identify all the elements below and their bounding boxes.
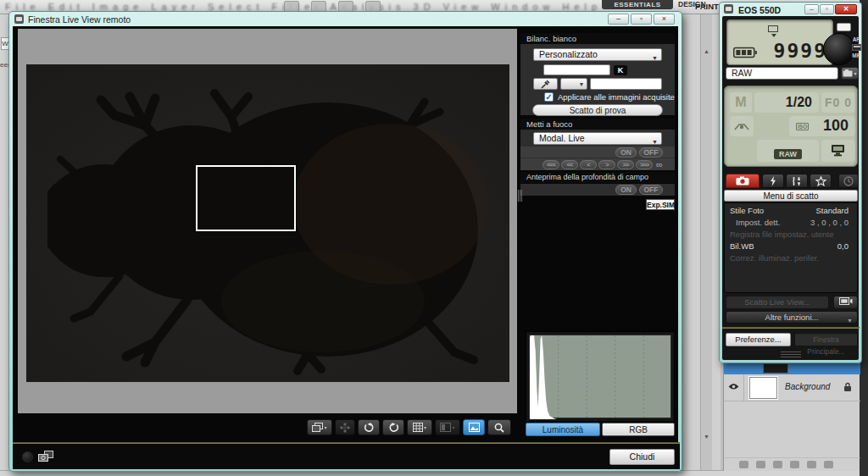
new-layer-icon[interactable] xyxy=(824,461,833,468)
af-on-button[interactable]: ON xyxy=(615,147,637,158)
layer-row-selected[interactable] xyxy=(724,363,860,374)
menu-row-picture-style[interactable]: Stile FotoStandard xyxy=(725,205,857,217)
focus-far-2-button[interactable]: >> xyxy=(617,160,634,169)
liveview-content: ▾ xyxy=(13,26,678,468)
liveview-titlebar[interactable]: Finestra Live View remoto – ▫ × xyxy=(9,12,682,26)
close-button[interactable]: × xyxy=(654,14,675,25)
focus-far-3-button[interactable]: >>> xyxy=(636,160,653,169)
apply-to-images-row[interactable]: ✓ Applicare alle immagini acquisite xyxy=(544,92,675,102)
layer-row-background[interactable]: Background xyxy=(724,374,860,401)
layer-visibility-cell[interactable] xyxy=(724,374,744,401)
kelvin-input[interactable] xyxy=(543,64,610,75)
layer-style-icon[interactable] xyxy=(756,461,765,468)
menu-row-peripheral-illumination[interactable]: Correz. illuminaz. perifer. xyxy=(725,252,857,264)
checkbox-checked-icon[interactable]: ✓ xyxy=(544,92,554,102)
minimize-button[interactable]: – xyxy=(608,14,629,25)
workspace-paint[interactable]: PAINT xyxy=(695,2,719,11)
liveview-image[interactable] xyxy=(26,64,509,382)
iso-cell[interactable]: ISO 100 xyxy=(789,116,855,136)
main-window-button[interactable]: Finestra Principale... xyxy=(794,333,858,346)
camera-monitor-icon[interactable] xyxy=(38,451,53,463)
photoshop-panel-strip: ▲ ▼ xyxy=(683,14,721,476)
live-view-icon-button[interactable] xyxy=(833,296,858,309)
panel-grip[interactable] xyxy=(518,190,522,202)
picture-icon xyxy=(469,423,480,432)
wb-value-input[interactable] xyxy=(590,78,662,90)
dof-off-button[interactable]: OFF xyxy=(639,185,663,195)
wb-shift-select[interactable]: ▼ xyxy=(560,78,587,90)
focus-frame[interactable] xyxy=(196,165,296,231)
dof-on-button[interactable]: ON xyxy=(615,185,637,195)
tab-timer[interactable] xyxy=(838,174,859,188)
window-icon xyxy=(724,4,733,14)
resize-grip[interactable] xyxy=(781,351,801,359)
stacked-images-icon xyxy=(312,423,323,432)
other-functions-button[interactable]: Altre funzioni... ▼ xyxy=(726,311,858,324)
metering-cell[interactable] xyxy=(730,116,754,136)
maximize-button[interactable]: ▫ xyxy=(631,14,652,25)
camera-icon xyxy=(736,176,749,185)
layers-panel-buttons xyxy=(724,457,860,471)
scroll-up-icon[interactable]: ▲ xyxy=(704,48,709,54)
focus-near-2-button[interactable]: << xyxy=(561,160,578,169)
shutter-speed[interactable]: 1/20 xyxy=(754,92,819,113)
af-label: AF xyxy=(851,36,861,42)
quality-cell[interactable]: RAW xyxy=(757,140,819,162)
destination-button[interactable]: ▾ xyxy=(841,67,859,80)
focus-header: Metti a fuoco xyxy=(520,119,675,130)
adjustment-layer-icon[interactable] xyxy=(790,461,799,468)
destination-cell[interactable] xyxy=(821,140,855,162)
focus-near-3-button[interactable]: <<< xyxy=(542,160,559,169)
chevron-down-icon: ▼ xyxy=(847,315,853,326)
tab-mymenu[interactable] xyxy=(810,174,832,188)
layer-thumbnail[interactable] xyxy=(749,377,777,399)
maximize-button[interactable]: ▫ xyxy=(820,4,834,14)
switch-slider[interactable] xyxy=(852,44,861,51)
rotate-ccw-button[interactable] xyxy=(358,419,380,435)
minimize-button[interactable]: – xyxy=(804,4,819,14)
workspace-essentials[interactable]: ESSENTIALS xyxy=(602,0,673,9)
layer-mask-icon[interactable] xyxy=(773,461,782,468)
shooting-mode: M xyxy=(730,92,752,113)
menu-row-register-user-file[interactable]: Registra file impostaz. utente xyxy=(725,229,857,241)
move-frame-button[interactable] xyxy=(335,419,355,435)
link-layers-icon[interactable] xyxy=(739,461,748,468)
grid-overlay-button[interactable]: ▾ xyxy=(407,419,432,435)
window-icon xyxy=(14,14,24,24)
eos-window: EOS 550D – ▫ ✕ 9999 xyxy=(719,2,862,363)
eos-tab-row xyxy=(724,174,858,189)
focus-mode-select[interactable]: Modal. Live▼ xyxy=(533,132,662,145)
close-dialog-button[interactable]: Chiudi xyxy=(609,449,675,465)
menu-header: Menu di scatto xyxy=(724,190,858,202)
compare-view-button[interactable]: ▾ xyxy=(435,419,460,435)
menu-row-wb-shift[interactable]: Bil.WB0,0 xyxy=(725,241,857,252)
new-group-icon[interactable] xyxy=(807,461,816,468)
af-off-button[interactable]: OFF xyxy=(639,147,663,158)
preferences-button[interactable]: Preferenze... xyxy=(726,333,791,346)
menu-row-detail-settings[interactable]: Impost. dett.3 , 0 , 0 , 0 xyxy=(725,217,857,229)
rotate-cw-button[interactable] xyxy=(382,419,404,435)
show-image-button[interactable] xyxy=(463,419,485,435)
tab-flash[interactable] xyxy=(762,174,784,188)
tab-rgb[interactable]: RGB xyxy=(602,423,675,436)
computer-icon xyxy=(831,144,845,157)
scroll-down-icon[interactable]: ▼ xyxy=(704,434,709,440)
test-shot-button[interactable]: Scatto di prova xyxy=(532,104,663,116)
panel-scroll-track[interactable] xyxy=(700,14,712,476)
layer-name[interactable]: Background xyxy=(785,382,830,391)
af-mf-switch[interactable]: AF MF xyxy=(851,36,861,58)
infinity-icon: ∞ xyxy=(656,159,663,169)
compose-overlay-button[interactable]: ▾ xyxy=(307,419,332,435)
focus-near-1-button[interactable]: < xyxy=(580,160,597,169)
tab-shooting[interactable] xyxy=(726,174,760,188)
camera-display-icon xyxy=(839,297,853,307)
zoom-button[interactable] xyxy=(487,419,511,435)
wb-eyedropper-button[interactable] xyxy=(533,78,558,90)
tab-luminosity[interactable]: Luminosità xyxy=(526,423,600,436)
focus-far-1-button[interactable]: > xyxy=(598,160,615,169)
wb-preset-select[interactable]: Personalizzato▼ xyxy=(533,48,662,61)
tab-setup[interactable] xyxy=(786,174,808,188)
live-view-shoot-button[interactable]: Scatto Live View... xyxy=(726,296,829,309)
focus-step-strip: <<< << < > >> >>> ∞ xyxy=(520,158,675,170)
close-button[interactable]: ✕ xyxy=(835,4,857,14)
